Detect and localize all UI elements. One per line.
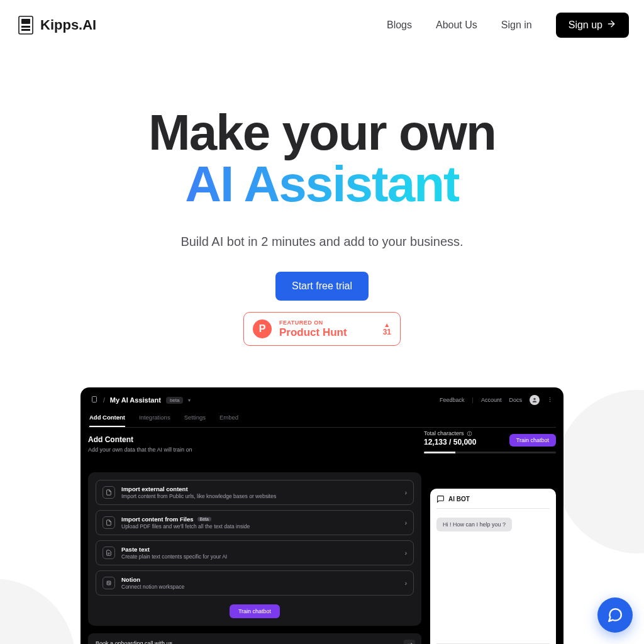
chevron-right-icon: ›	[405, 489, 407, 496]
hero-subtitle: Build AI bot in 2 minutes and add to you…	[0, 235, 644, 249]
ph-featured: FEATURED ON	[279, 319, 375, 326]
svg-point-6	[533, 398, 535, 400]
product-hunt-text: FEATURED ON Product Hunt	[279, 319, 375, 339]
product-hunt-badge[interactable]: P FEATURED ON Product Hunt ▲ 31	[243, 312, 401, 346]
preview-topbar: / My AI Assistant beta ▾ Feedback | Acco…	[88, 394, 556, 410]
more-icon[interactable]: ⋮	[547, 397, 553, 403]
start-trial-button[interactable]: Start free trial	[275, 272, 369, 301]
external-link-icon[interactable]	[404, 640, 415, 644]
bot-message: Hi ! How can I help you ?	[436, 518, 512, 531]
signup-label: Sign up	[569, 19, 602, 31]
preview-title[interactable]: My AI Assistant	[110, 396, 161, 404]
train-button-bottom[interactable]: Train chatbot	[230, 604, 280, 618]
logo[interactable]: Kipps.AI	[15, 14, 96, 36]
decor-circle	[556, 390, 644, 553]
tab-embed[interactable]: Embed	[219, 410, 238, 427]
bot-title: AI BOT	[448, 496, 470, 502]
app-preview: / My AI Assistant beta ▾ Feedback | Acco…	[80, 387, 564, 644]
notion-icon	[103, 577, 115, 589]
option-import-external[interactable]: Import external contentImport content fr…	[96, 480, 414, 505]
onboarding-card[interactable]: Book a onboarding call with us We will g…	[88, 633, 421, 644]
chevron-right-icon: ›	[405, 580, 407, 587]
svg-rect-3	[21, 29, 30, 31]
tab-add-content[interactable]: Add Content	[89, 410, 125, 427]
chevron-down-icon[interactable]: ▾	[188, 397, 191, 403]
hero: Make your own AI Assistant Build AI bot …	[0, 50, 644, 346]
tab-integrations[interactable]: Integrations	[139, 410, 170, 427]
product-hunt-votes: ▲ 31	[383, 321, 391, 336]
nav: Blogs About Us Sign in Sign up	[387, 13, 629, 38]
chat-widget-button[interactable]	[597, 597, 633, 633]
hero-title: Make your own AI Assistant	[0, 107, 644, 209]
doc-icon	[91, 396, 98, 404]
account-link[interactable]: Account	[481, 397, 502, 403]
docs-link[interactable]: Docs	[509, 397, 522, 403]
logo-icon	[15, 14, 36, 36]
nav-blogs[interactable]: Blogs	[387, 19, 412, 31]
train-button-top[interactable]: Train chatbot	[509, 434, 556, 447]
svg-rect-1	[21, 19, 30, 24]
feedback-link[interactable]: Feedback	[440, 397, 465, 403]
product-hunt-icon: P	[253, 319, 272, 338]
section-desc: Add your own data that the AI will train…	[88, 447, 411, 453]
signup-button[interactable]: Sign up	[556, 13, 629, 38]
hero-line2: AI Assistant	[185, 156, 458, 212]
tab-settings[interactable]: Settings	[184, 410, 206, 427]
chevron-right-icon: ›	[405, 519, 407, 526]
avatar[interactable]	[530, 395, 540, 405]
option-paste-text[interactable]: Paste textCreate plain text contents spe…	[96, 540, 414, 565]
beta-badge-mini: Beta	[197, 517, 211, 521]
nav-signin[interactable]: Sign in	[501, 19, 532, 31]
bot-panel: AI BOT Hi ! How can I help you ? Please …	[430, 489, 556, 644]
ph-count: 31	[383, 328, 391, 336]
hero-line1: Make your own	[148, 104, 496, 160]
char-meta: Total characters 12,133 / 50,000 Train c…	[424, 430, 556, 453]
svg-rect-2	[21, 26, 30, 28]
option-notion[interactable]: NotionConnect notion workspace ›	[96, 570, 414, 596]
svg-rect-5	[92, 397, 97, 402]
option-import-files[interactable]: Import content from FilesBetaUpload PDF …	[96, 510, 414, 535]
decor-circle	[0, 579, 75, 644]
nav-about[interactable]: About Us	[436, 19, 477, 31]
bot-header: AI BOT	[436, 495, 550, 509]
file-icon	[103, 516, 115, 529]
progress-bar	[424, 452, 556, 453]
svg-point-9	[469, 432, 470, 433]
preview-tabs: Add Content Integrations Settings Embed	[88, 410, 556, 428]
onboarding-line1: Book a onboarding call with us	[96, 640, 414, 644]
file-icon	[103, 486, 115, 499]
options-card: Import external contentImport content fr…	[88, 472, 421, 626]
section-heading: Add Content	[88, 435, 411, 444]
arrow-right-icon	[606, 19, 616, 31]
brand-text: Kipps.AI	[40, 17, 96, 33]
beta-badge: beta	[166, 397, 184, 404]
text-icon	[103, 547, 115, 559]
ph-name: Product Hunt	[279, 326, 375, 339]
chevron-right-icon: ›	[405, 550, 407, 557]
header: Kipps.AI Blogs About Us Sign in Sign up	[0, 0, 644, 50]
